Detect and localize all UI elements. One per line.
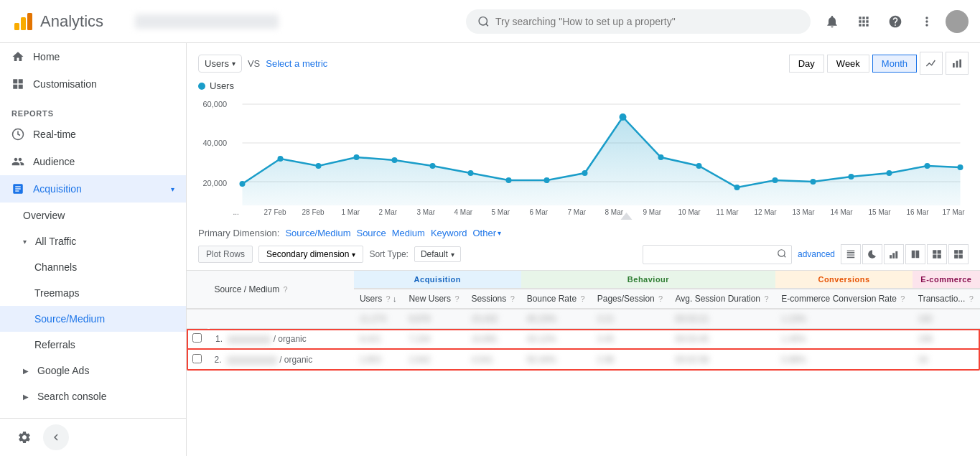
transactions-help-icon[interactable]: ?: [969, 294, 974, 303]
sidebar-item-referrals[interactable]: Referrals: [0, 332, 186, 358]
sidebar-item-search-console[interactable]: ▶ Search console: [0, 383, 186, 409]
collapse-sidebar-button[interactable]: [43, 424, 69, 450]
new-users-help-icon[interactable]: ?: [454, 294, 459, 303]
lifetime-icon: [953, 249, 963, 259]
search-bar[interactable]: [466, 9, 811, 34]
sidebar-item-customisation[interactable]: Customisation: [0, 70, 186, 98]
svg-marker-15: [243, 117, 961, 205]
users-sort-arrow[interactable]: ↓: [393, 294, 397, 303]
row1-checkbox-input[interactable]: [192, 333, 202, 343]
svg-point-16: [240, 181, 246, 187]
bounce-rate-help-icon[interactable]: ?: [580, 294, 584, 303]
more-vert-icon-button[interactable]: [914, 9, 940, 34]
table-search-input[interactable]: [643, 246, 773, 262]
help-icon-button[interactable]: [882, 9, 908, 34]
bell-icon-button[interactable]: [819, 9, 845, 34]
view-pie-button[interactable]: [862, 244, 882, 264]
view-bar-button[interactable]: [884, 244, 904, 264]
sidebar-item-acquisition[interactable]: Acquisition ▾: [0, 175, 186, 203]
metric-label: Users: [205, 58, 229, 69]
users-help-icon[interactable]: ?: [386, 294, 391, 303]
realtime-icon: [11, 128, 24, 141]
row1-checkbox[interactable]: [187, 329, 209, 350]
customisation-icon: [11, 78, 24, 90]
sort-dropdown-icon: ▾: [451, 251, 454, 259]
settings-button[interactable]: [11, 424, 37, 450]
chart-area: Users 60,000 40,000 20,000: [187, 75, 980, 222]
primary-dim-other[interactable]: Other ▾: [473, 228, 502, 238]
sidebar-item-all-traffic[interactable]: ▾ All Traffic: [0, 228, 186, 254]
transactions-header-text: Transactio...: [918, 294, 966, 304]
advanced-link[interactable]: advanced: [798, 249, 835, 259]
ecom-rate-help-icon[interactable]: ?: [900, 294, 905, 303]
metric-selector[interactable]: Users ▾: [198, 55, 242, 73]
source-medium-help-icon[interactable]: ?: [284, 285, 288, 294]
sidebar-realtime-label: Real-time: [33, 129, 76, 140]
checkbox-header: [187, 271, 209, 310]
sidebar-acquisition-label: Acquisition: [33, 183, 82, 195]
table-search-box[interactable]: [643, 245, 792, 264]
primary-dim-label: Primary Dimension:: [198, 228, 279, 238]
sidebar-item-audience[interactable]: Audience: [0, 148, 186, 175]
svg-text:4 Mar: 4 Mar: [454, 208, 473, 216]
svg-rect-65: [959, 255, 963, 259]
row2-checkbox-input[interactable]: [192, 354, 202, 363]
top-bar: Analytics: [0, 0, 980, 43]
sidebar-item-google-ads[interactable]: ▶ Google Ads: [0, 358, 186, 383]
table-row: 1. / organic 8,421 7,234 10,891 43.12% 3…: [187, 329, 980, 350]
source-medium-header-text: Source / Medium: [215, 284, 280, 294]
sidebar-item-channels[interactable]: Channels: [0, 254, 186, 280]
account-info: [135, 14, 457, 29]
view-lifetime-button[interactable]: [948, 244, 969, 264]
line-chart-button[interactable]: [920, 52, 943, 75]
sidebar-source-medium-label: Source/Medium: [34, 313, 105, 325]
secondary-dimension-button[interactable]: Secondary dimension ▾: [258, 246, 363, 263]
pages-session-help-icon[interactable]: ?: [658, 294, 663, 303]
summary-pages: 3.21: [592, 309, 670, 329]
new-users-header: New Users ?: [403, 289, 465, 309]
week-button[interactable]: Week: [827, 55, 869, 73]
month-button[interactable]: Month: [872, 55, 917, 73]
sidebar-item-overview[interactable]: Overview: [0, 203, 186, 228]
sessions-help-icon[interactable]: ?: [510, 294, 515, 303]
svg-text:16 Mar: 16 Mar: [907, 208, 930, 216]
bounce-rate-header-text: Bounce Rate: [527, 294, 577, 304]
sidebar-item-home[interactable]: Home: [0, 43, 186, 70]
svg-rect-60: [892, 253, 895, 259]
pages-session-header: Pages/Session ?: [592, 289, 670, 309]
sort-default-label: Default: [421, 249, 448, 259]
behaviour-group-header: Behaviour: [521, 271, 776, 289]
avatar[interactable]: [946, 10, 969, 33]
primary-dim-medium[interactable]: Medium: [392, 228, 425, 238]
view-comparison-button[interactable]: [905, 244, 925, 264]
transactions-header: Transactio... ?: [913, 289, 980, 309]
row1-duration: 00:03:45: [670, 329, 776, 350]
row2-users: 2,853: [354, 350, 403, 371]
users-header: Users ? ↓: [354, 289, 403, 309]
plot-rows-button[interactable]: Plot Rows: [198, 246, 253, 263]
svg-text:1 Mar: 1 Mar: [342, 208, 360, 216]
table-search-icon[interactable]: [773, 246, 791, 264]
sort-select[interactable]: Default ▾: [414, 246, 461, 262]
svg-line-58: [784, 255, 786, 257]
view-table-button[interactable]: [841, 244, 861, 264]
select-metric-link[interactable]: Select a metric: [266, 58, 327, 69]
view-pivot-button[interactable]: [927, 244, 947, 264]
sidebar-item-realtime[interactable]: Real-time: [0, 121, 186, 148]
avg-session-help-icon[interactable]: ?: [764, 294, 768, 303]
primary-dim-source[interactable]: Source: [356, 228, 386, 238]
primary-dim-active[interactable]: Source/Medium: [285, 228, 350, 238]
search-input[interactable]: [495, 16, 799, 27]
grid-icon-button[interactable]: [851, 9, 877, 34]
svg-text:28 Feb: 28 Feb: [302, 208, 325, 216]
sidebar-item-source-medium[interactable]: Source/Medium: [0, 306, 186, 332]
svg-point-31: [811, 179, 816, 185]
primary-dim-keyword[interactable]: Keyword: [431, 228, 467, 238]
sidebar-item-treemaps[interactable]: Treemaps: [0, 280, 186, 306]
time-controls: Day Week Month: [789, 52, 969, 75]
sidebar-all-traffic-label: All Traffic: [35, 236, 76, 247]
svg-point-33: [887, 170, 892, 176]
row2-checkbox[interactable]: [187, 350, 209, 371]
bar-chart-button[interactable]: [946, 52, 969, 75]
day-button[interactable]: Day: [789, 55, 824, 73]
